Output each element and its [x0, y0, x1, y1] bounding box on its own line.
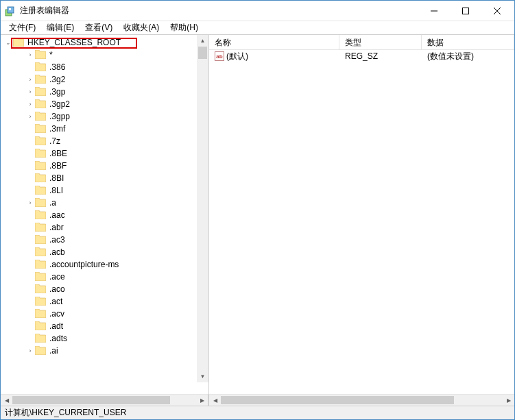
folder-icon: [35, 112, 46, 121]
tree-node[interactable]: .adt: [1, 320, 208, 332]
tree-node[interactable]: .7z: [1, 135, 208, 147]
tree-node-label: .386: [48, 62, 67, 72]
expand-icon[interactable]: ›: [25, 199, 35, 206]
scroll-thumb[interactable]: [12, 396, 170, 404]
tree-node-label: .8LI: [48, 186, 64, 195]
value-name: (默认): [226, 51, 248, 62]
list-header: 名称 类型 数据: [209, 35, 514, 50]
minimize-button[interactable]: [418, 1, 450, 21]
tree-node[interactable]: .8LI: [1, 184, 208, 197]
menu-view[interactable]: 查看(V): [80, 21, 118, 35]
tree-node-label: .abr: [48, 223, 65, 232]
tree-node[interactable]: .3mf: [1, 123, 208, 135]
tree-node[interactable]: ›.a: [1, 197, 208, 209]
menu-file[interactable]: 文件(F): [3, 21, 41, 35]
tree-node[interactable]: .aac: [1, 209, 208, 221]
tree-node[interactable]: ›.3gp: [1, 86, 208, 98]
tree-node[interactable]: ›.ai: [1, 345, 208, 357]
list-horizontal-scrollbar[interactable]: ◀ ▶: [209, 394, 514, 406]
tree-node-label: .acb: [48, 247, 67, 257]
tree-node[interactable]: .act: [1, 295, 208, 308]
scroll-left-icon[interactable]: ◀: [1, 395, 12, 406]
scroll-right-icon[interactable]: ▶: [196, 395, 208, 406]
scroll-left-icon[interactable]: ◀: [209, 395, 221, 406]
tree-node-label: *: [48, 50, 54, 60]
tree-node-label: .3gp2: [48, 99, 71, 109]
folder-icon: [35, 161, 46, 171]
column-data[interactable]: 数据: [422, 35, 514, 49]
tree-node[interactable]: ›.3gpp: [1, 110, 208, 123]
tree-node-label: .3g2: [48, 75, 67, 84]
folder-icon: [13, 38, 24, 47]
tree-node[interactable]: .acv: [1, 308, 208, 320]
statusbar: 计算机\HKEY_CURRENT_USER: [1, 406, 514, 419]
expand-icon[interactable]: ›: [25, 51, 35, 58]
scroll-thumb[interactable]: [221, 396, 454, 404]
tree-pane: ⌄HKEY_CLASSES_ROOT›*.386›.3g2›.3gp›.3gp2…: [1, 35, 209, 406]
window-title: 注册表编辑器: [20, 5, 418, 16]
expand-icon[interactable]: ›: [25, 88, 35, 95]
expand-icon[interactable]: ›: [25, 76, 35, 83]
tree-node[interactable]: ›.3gp2: [1, 98, 208, 110]
column-name[interactable]: 名称: [209, 35, 339, 49]
folder-icon: [35, 62, 46, 72]
folder-icon: [35, 272, 46, 282]
string-value-icon: ab: [215, 51, 224, 61]
tree-node-root[interactable]: ⌄HKEY_CLASSES_ROOT: [1, 36, 208, 49]
menu-help[interactable]: 帮助(H): [165, 21, 204, 35]
tree-node[interactable]: .8BF: [1, 160, 208, 172]
expand-icon[interactable]: ›: [25, 101, 35, 108]
titlebar: 注册表编辑器: [1, 1, 514, 21]
tree-node[interactable]: .acb: [1, 246, 208, 258]
folder-icon: [35, 149, 46, 158]
scroll-down-icon[interactable]: ▼: [197, 371, 208, 382]
expand-icon[interactable]: ›: [25, 347, 35, 354]
scroll-right-icon[interactable]: ▶: [503, 395, 514, 406]
menu-favorites[interactable]: 收藏夹(A): [118, 21, 165, 35]
scroll-thumb[interactable]: [198, 47, 207, 59]
tree-vertical-scrollbar[interactable]: ▲ ▼: [197, 35, 208, 382]
tree-node[interactable]: ›.3g2: [1, 73, 208, 86]
value-row[interactable]: ab(默认)REG_SZ(数值未设置): [209, 50, 514, 62]
tree-node-label: .acv: [48, 309, 66, 319]
maximize-button[interactable]: [450, 1, 481, 21]
tree-node-label: .ai: [48, 346, 60, 356]
tree-node[interactable]: ›*: [1, 49, 208, 61]
folder-icon: [35, 136, 46, 146]
folder-icon: [35, 75, 46, 84]
tree-node-label: .3gpp: [48, 112, 71, 121]
tree-node[interactable]: .abr: [1, 221, 208, 234]
app-icon: [5, 5, 16, 16]
expand-icon[interactable]: ›: [25, 113, 35, 120]
tree-node[interactable]: .ace: [1, 271, 208, 283]
folder-icon: [35, 87, 46, 97]
value-type: REG_SZ: [339, 51, 422, 61]
folder-icon: [35, 321, 46, 331]
folder-icon: [35, 309, 46, 319]
tree-node[interactable]: .aco: [1, 283, 208, 295]
tree-node[interactable]: .386: [1, 61, 208, 73]
scroll-up-icon[interactable]: ▲: [197, 35, 208, 47]
tree-node[interactable]: .accountpicture-ms: [1, 258, 208, 271]
value-data: (数值未设置): [422, 51, 514, 62]
tree-node[interactable]: .adts: [1, 332, 208, 345]
registry-tree[interactable]: ⌄HKEY_CLASSES_ROOT›*.386›.3g2›.3gp›.3gp2…: [1, 35, 208, 358]
folder-icon: [35, 99, 46, 109]
folder-icon: [35, 223, 46, 232]
tree-node[interactable]: .ac3: [1, 234, 208, 246]
tree-node-label: .ace: [48, 272, 67, 282]
svg-rect-2: [9, 8, 11, 10]
menubar: 文件(F) 编辑(E) 查看(V) 收藏夹(A) 帮助(H): [1, 21, 514, 35]
status-path: 计算机\HKEY_CURRENT_USER: [5, 407, 126, 419]
menu-edit[interactable]: 编辑(E): [41, 21, 80, 35]
tree-node-label: .adts: [48, 334, 69, 343]
tree-node-label: .8BF: [48, 161, 68, 171]
tree-horizontal-scrollbar[interactable]: ◀ ▶: [1, 394, 208, 406]
tree-node[interactable]: .8BI: [1, 172, 208, 184]
tree-node[interactable]: .8BE: [1, 147, 208, 160]
close-button[interactable]: [481, 1, 513, 21]
tree-node-label: .adt: [48, 321, 64, 331]
collapse-icon[interactable]: ⌄: [3, 39, 13, 46]
column-type[interactable]: 类型: [339, 35, 422, 49]
values-list[interactable]: ab(默认)REG_SZ(数值未设置): [209, 50, 514, 394]
